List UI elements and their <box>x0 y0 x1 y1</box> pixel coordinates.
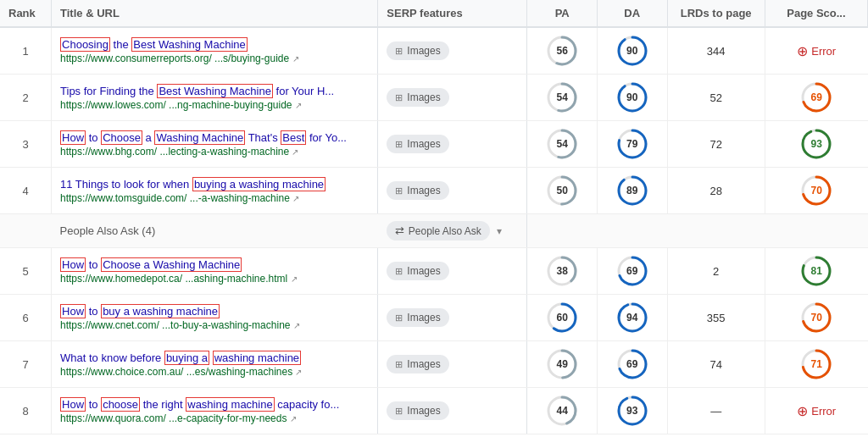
serp-feature-label: Images <box>407 91 440 103</box>
metric-circle: 54 <box>546 128 578 160</box>
serp-feature-cell: ⊞ Images <box>378 388 527 434</box>
table-row: 7 What to know before buying a washing m… <box>0 341 868 388</box>
lrd-value-cell: 74 <box>667 341 765 388</box>
score-circle: 71 <box>800 348 832 380</box>
serp-badge: ⊞ Images <box>387 135 448 153</box>
title-text-part: 11 Things to look for when <box>60 178 192 191</box>
serp-feature-cell: ⊞ Images <box>378 168 527 214</box>
highlighted-term: Choosing <box>60 37 110 52</box>
metric-circle: 60 <box>546 301 578 334</box>
lrd-value-cell: 344 <box>667 27 765 75</box>
lrd-value-cell: 28 <box>667 168 765 214</box>
title-url-cell: Tips for Finding the Best Washing Machin… <box>52 75 378 121</box>
external-link-icon: ↗ <box>292 54 299 64</box>
highlighted-term: How <box>60 397 86 412</box>
paa-feature-icon: ⇄ <box>395 224 404 237</box>
result-url[interactable]: https://www.bhg.com/ ...lecting-a-washin… <box>60 146 369 158</box>
result-title-link[interactable]: How to choose the right washing machine … <box>60 397 339 412</box>
rank-cell: 3 <box>0 121 52 168</box>
highlighted-term: Best Washing Machine <box>131 37 247 52</box>
title-line: Choosing the Best Washing Machine <box>60 38 369 51</box>
table-row: 3 How to Choose a Washing Machine That's… <box>0 121 868 168</box>
chevron-down-icon[interactable]: ▾ <box>497 225 502 237</box>
rank-cell: 2 <box>0 75 52 121</box>
score-circle: 93 <box>800 128 832 160</box>
serp-feature-label: Images <box>407 185 440 196</box>
da-metric-cell: 69 <box>597 248 667 295</box>
result-url[interactable]: https://www.lowes.com/ ...ng-machine-buy… <box>60 99 369 111</box>
serp-feature-cell: ⊞ Images <box>378 121 527 168</box>
serp-feature-cell: ⊞ Images <box>378 75 527 121</box>
error-icon: ⊕ <box>797 403 808 419</box>
title-text-part: That's <box>245 131 281 144</box>
paa-feature-badge[interactable]: ⇄ People Also Ask <box>387 221 490 241</box>
external-link-icon: ↗ <box>295 101 302 110</box>
result-url[interactable]: https://www.consumerreports.org/ ...s/bu… <box>60 53 369 64</box>
highlighted-term: How <box>60 304 86 318</box>
rank-cell: 5 <box>0 248 52 295</box>
paa-lrd-cell <box>667 214 765 248</box>
score-circle: 69 <box>800 81 832 113</box>
image-icon: ⊞ <box>395 185 403 196</box>
serp-feature-label: Images <box>407 312 440 324</box>
page-score-cell: ⊕ Error <box>765 388 867 434</box>
external-link-icon: ↗ <box>293 321 300 330</box>
result-url[interactable]: https://www.quora.com/ ...e-capacity-for… <box>60 412 369 424</box>
result-url[interactable]: https://www.cnet.com/ ...to-buy-a-washin… <box>60 319 369 331</box>
external-link-icon: ↗ <box>290 414 297 423</box>
da-metric-cell: 94 <box>597 295 667 341</box>
paa-score-cell <box>765 214 867 248</box>
result-title-link[interactable]: 11 Things to look for when buying a wash… <box>60 177 326 191</box>
pa-metric-cell: 54 <box>527 121 598 168</box>
serp-badge: ⊞ Images <box>387 262 448 280</box>
result-title-link[interactable]: How to Choose a Washing Machine That's B… <box>60 130 347 145</box>
result-title-link[interactable]: Choosing the Best Washing Machine <box>60 37 248 52</box>
title-text-part: the right <box>140 398 186 411</box>
title-url-cell: How to Choose a Washing Machine https://… <box>52 248 378 295</box>
da-metric-cell: 90 <box>597 27 667 75</box>
table-header-row: Rank Title & URL SERP features PA DA LRD… <box>0 0 868 27</box>
result-url[interactable]: https://www.homedepot.ca/ ...ashing-mach… <box>60 273 369 285</box>
title-url-cell: How to choose the right washing machine … <box>52 388 378 434</box>
title-line: Tips for Finding the Best Washing Machin… <box>60 85 369 97</box>
highlighted-term: How <box>60 257 86 272</box>
serp-feature-cell: ⊞ Images <box>378 27 527 75</box>
score-header: Page Sco... <box>765 0 867 27</box>
result-title-link[interactable]: How to buy a washing machine <box>60 304 220 318</box>
pa-metric-cell: 56 <box>527 27 598 75</box>
result-title-link[interactable]: Tips for Finding the Best Washing Machin… <box>60 84 334 98</box>
lrd-value-cell: — <box>667 388 765 434</box>
title-url-header: Title & URL <box>52 0 378 27</box>
da-metric-cell: 90 <box>597 75 667 121</box>
table-row: 6 How to buy a washing machine https://w… <box>0 295 868 341</box>
table-row: 1 Choosing the Best Washing Machine http… <box>0 27 868 75</box>
pa-metric-cell: 49 <box>527 341 598 388</box>
title-text-part: capacity fo... <box>275 398 340 411</box>
rank-cell: 8 <box>0 388 52 434</box>
title-url-cell: How to buy a washing machine https://www… <box>52 295 378 341</box>
result-title-link[interactable]: What to know before buying a washing mac… <box>60 351 301 365</box>
title-text-part: to <box>86 258 101 271</box>
paa-da-cell <box>597 214 667 248</box>
rank-cell: 4 <box>0 168 52 214</box>
metric-circle: 90 <box>616 35 648 67</box>
metric-circle: 49 <box>546 348 578 380</box>
lrd-value-cell: 52 <box>667 75 765 121</box>
error-badge: ⊕ Error <box>797 43 836 59</box>
title-text-part: to <box>86 131 101 144</box>
result-title-link[interactable]: How to Choose a Washing Machine <box>60 257 242 272</box>
metric-circle: 90 <box>616 81 648 113</box>
result-url[interactable]: https://www.tomsguide.com/ ...-a-washing… <box>60 192 369 204</box>
title-text-part: What to know before <box>60 351 164 364</box>
title-url-cell: 11 Things to look for when buying a wash… <box>52 168 378 214</box>
serp-header: SERP features <box>378 0 527 27</box>
result-url[interactable]: https://www.choice.com.au/ ...es/washing… <box>60 366 369 378</box>
da-header: DA <box>597 0 667 27</box>
score-circle: 70 <box>800 174 832 207</box>
title-text-part: the <box>110 38 131 51</box>
highlighted-term: buy a washing machine <box>101 304 220 318</box>
highlighted-term: Choose a Washing Machine <box>101 257 242 272</box>
image-icon: ⊞ <box>395 46 403 57</box>
title-url-cell: Choosing the Best Washing Machine https:… <box>52 27 378 75</box>
error-badge: ⊕ Error <box>797 403 836 419</box>
